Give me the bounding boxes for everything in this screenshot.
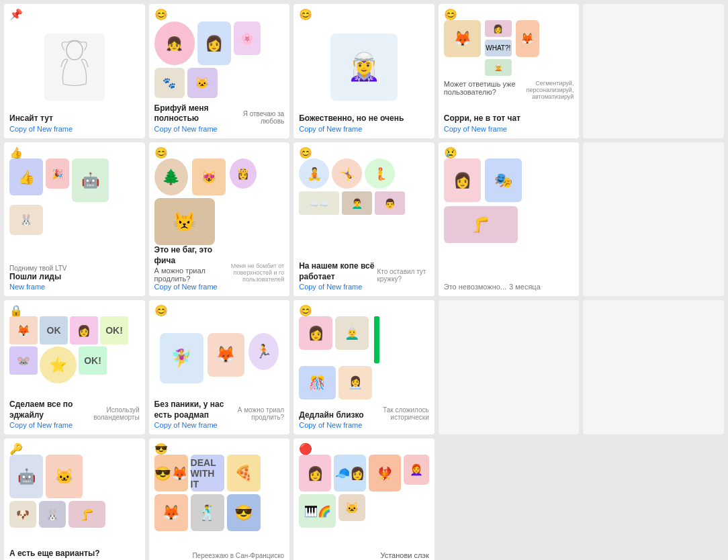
card-8: 😊 🧘 🤸 🧜 ☁️☁️ 👨‍🦱 👨 На нашем копе всё раб… bbox=[293, 142, 435, 296]
card-10 bbox=[583, 142, 724, 296]
card-1-icon: 📌 bbox=[9, 8, 23, 21]
card-17: 😎 😎🦊 DEAL WITH IT 🍕 🦊 🕺 😎 Переезжаю в Са… bbox=[149, 438, 290, 560]
card-6-frame-label: New frame bbox=[9, 283, 140, 291]
card-13-frame-label: Copy of New frame bbox=[299, 421, 429, 429]
card-4-icon: 😊 bbox=[444, 8, 457, 21]
card-4-sub-text: Может ответишь уже пользователю? bbox=[444, 80, 516, 100]
card-1-main-text: Инсайт тут bbox=[9, 113, 140, 124]
card-7-frame-label: Copy of New frame bbox=[154, 283, 285, 291]
card-13-icon: 😊 bbox=[299, 304, 312, 317]
card-12-main-text: Без паники, у нас есть роадмап bbox=[154, 400, 234, 420]
card-4-frame-label: Copy of New frame bbox=[444, 125, 574, 133]
card-12-right-text: А можно триал продлить? bbox=[233, 406, 284, 421]
card-2: 😊 👧 👩 🌸 🐾 🐱 Брифуй меня полностью Я отве… bbox=[149, 4, 290, 138]
card-13: 😊 👩 👨‍🦳 🎊 👩‍💼 Дедлайн близко Так сложило… bbox=[293, 300, 435, 434]
card-4-main-text: Сорри, не в тот чат bbox=[444, 113, 574, 124]
card-8-main-text: На нашем копе всё работает bbox=[299, 261, 377, 282]
card-6-main-text: Пошли лиды bbox=[9, 272, 67, 283]
card-3-frame-label: Copy of New frame bbox=[299, 125, 429, 133]
card-4: 😊 🦊 👩 WHAT?! 🧝 🦊 Может ответишь уже поль… bbox=[439, 4, 580, 138]
card-17-icon: 😎 bbox=[154, 442, 168, 455]
card-6: 👍 👍 🎉 🤖 🐰 Подниму твой LTV Пошли лиды Ne… bbox=[4, 142, 145, 296]
card-5 bbox=[583, 4, 724, 138]
card-2-right-text: Я отвечаю за любовь bbox=[232, 110, 284, 125]
card-9-sub-text: 3 месяца bbox=[509, 283, 541, 291]
card-13-main-text: Дедлайн близко bbox=[299, 410, 364, 421]
card-9-main-text: Это невозможно... bbox=[444, 283, 506, 291]
card-7-right-text: Меня не бомбит от поверхностей и го поль… bbox=[230, 263, 284, 283]
card-18-icon: 🔴 bbox=[299, 442, 312, 455]
card-11-frame-label: Copy of New frame bbox=[9, 421, 140, 429]
card-2-frame-label: Copy of New frame bbox=[154, 125, 285, 133]
svg-point-0 bbox=[66, 41, 83, 60]
card-11-main-text: Сделаем все по эджайлу bbox=[9, 400, 81, 420]
card-11-icon: 🔒 bbox=[9, 304, 23, 317]
card-13-right-text: Так сложилось исторически bbox=[375, 406, 429, 421]
card-16-main-text: А есть еще варианты? bbox=[9, 549, 140, 559]
card-2-icon: 😊 bbox=[154, 8, 168, 21]
card-7-sub-text: А можно триал продлить? bbox=[154, 267, 231, 283]
card-18-sub-text: Установи слэк bbox=[380, 551, 428, 559]
card-18: 🔴 👩 🧢👩 🐦‍🔥 👩‍🦰 🎹🌈 🐱 Установи слэк Copy o… bbox=[293, 438, 435, 560]
card-16-icon: 🔑 bbox=[9, 442, 23, 455]
card-1-frame-label: Copy of New frame bbox=[9, 125, 140, 133]
girl-sketch-icon bbox=[51, 37, 98, 97]
card-7-icon: 😊 bbox=[154, 146, 168, 159]
card-3: 😊 🧝‍♀️ Божественно, но не очень Copy of … bbox=[293, 4, 435, 138]
card-7: 😊 🌲 😻 👸 😾 Это не баг, это фича А можно т… bbox=[149, 142, 290, 296]
card-12: 😊 🧚‍♀️ 🦊 🏃 Без паники, у нас есть роадма… bbox=[149, 300, 290, 434]
card-6-icon: 👍 bbox=[9, 146, 23, 159]
card-16: 🔑 🤖 🐱 🐶 🐰 🦵 А есть еще варианты? Copy of… bbox=[4, 438, 145, 560]
card-1: 📌 Инсайт тут Copy of New frame bbox=[4, 4, 145, 138]
card-12-icon: 😊 bbox=[154, 304, 168, 317]
card-11-right-text: Используй воландеморты bbox=[81, 406, 140, 421]
card-9-icon: 😢 bbox=[444, 146, 457, 159]
card-3-icon: 😊 bbox=[299, 8, 312, 21]
card-12-frame-label: Copy of New frame bbox=[154, 421, 285, 429]
card-7-main-text: Это не баг, это фича bbox=[154, 245, 231, 266]
card-9: 😢 👩 🎭 🦵 Это невозможно... 3 месяца bbox=[439, 142, 580, 296]
card-2-main-text: Брифуй меня полностью bbox=[154, 103, 233, 124]
card-15 bbox=[583, 300, 724, 434]
card-3-main-text: Божественно, но не очень bbox=[299, 113, 429, 124]
card-6-sub-text: Подниму твой LTV bbox=[9, 265, 67, 272]
card-14 bbox=[439, 300, 580, 434]
card-4-right-text: Сегментируй, персонализируй, автоматизир… bbox=[520, 80, 574, 100]
card-grid: 📌 Инсайт тут Copy of New frame 😊 👧 bbox=[0, 0, 728, 560]
card-11: 🔒 🦊 OK 👩 OK! 🐭 ⭐ OK! Сделаем все по эджа… bbox=[4, 300, 145, 434]
card-8-icon: 😊 bbox=[299, 146, 312, 159]
card-8-frame-label: Copy of New frame bbox=[299, 283, 429, 291]
card-8-right-text: Кто оставил тут кружку? bbox=[377, 268, 428, 283]
card-17-main-text: Переезжаю в Сан-Франциско bbox=[192, 552, 284, 559]
